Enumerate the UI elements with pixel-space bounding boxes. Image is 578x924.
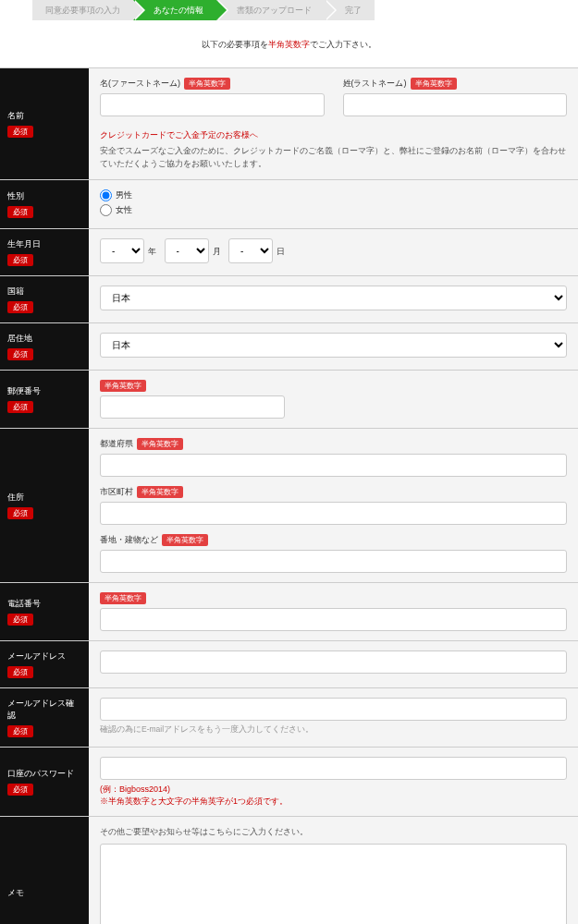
label-email: メールアドレス 必須 bbox=[0, 641, 89, 687]
step-3: 書類のアップロード bbox=[216, 0, 325, 20]
step-2: あなたの情報 bbox=[133, 0, 216, 20]
row-dob: 生年月日 必須 -年 -月 -日 bbox=[0, 229, 578, 276]
cc-notice-title: クレジットカードでご入金予定のお客様へ bbox=[100, 129, 567, 141]
row-gender: 性別 必須 男性 女性 bbox=[0, 180, 578, 229]
label-dob: 生年月日 必須 bbox=[0, 229, 89, 275]
email-input[interactable] bbox=[100, 650, 567, 674]
row-email-confirm: メールアドレス確認 必須 確認の為にE-mailアドレスをもう一度入力してくださ… bbox=[0, 688, 578, 748]
first-name-label: 名(ファーストネーム)半角英数字 bbox=[100, 78, 325, 90]
memo-hint: その他ご要望やお知らせ等はこちらにご入力ください。 bbox=[100, 826, 567, 838]
cc-notice-body: 安全でスムーズなご入金のために、クレジットカードのご名義（ローマ字）と、弊社にご… bbox=[100, 145, 567, 170]
first-name-input[interactable] bbox=[100, 93, 325, 116]
row-email: メールアドレス 必須 bbox=[0, 641, 578, 688]
dob-day-select[interactable]: - bbox=[228, 238, 273, 263]
last-name-input[interactable] bbox=[343, 93, 568, 116]
street-label: 番地・建物など半角英数字 bbox=[100, 534, 567, 546]
city-input[interactable] bbox=[100, 502, 567, 525]
dob-day-unit: 日 bbox=[277, 247, 285, 256]
row-nationality: 国籍 必須 日本 bbox=[0, 276, 578, 323]
step-1: 同意必要事項の入力 bbox=[32, 0, 133, 20]
dob-year-unit: 年 bbox=[148, 247, 156, 256]
label-nationality: 国籍 必須 bbox=[0, 276, 89, 322]
row-phone: 電話番号 必須 半角英数字 bbox=[0, 583, 578, 641]
label-email-confirm: メールアドレス確認 必須 bbox=[0, 688, 89, 747]
street-input[interactable] bbox=[100, 550, 567, 573]
row-name: 名前 必須 名(ファーストネーム)半角英数字 姓(ラストネーム)半角英数字 bbox=[0, 68, 578, 180]
gender-male-label[interactable]: 男性 bbox=[100, 189, 567, 201]
row-memo: メモ その他ご要望やお知らせ等はこちらにご入力ください。 bbox=[0, 817, 578, 924]
required-badge: 必須 bbox=[7, 725, 33, 737]
password-hint1: (例：Bigboss2014) bbox=[100, 784, 567, 796]
required-badge: 必須 bbox=[7, 348, 33, 360]
residence-select[interactable]: 日本 bbox=[100, 333, 567, 358]
postal-input[interactable] bbox=[100, 395, 285, 419]
form: 名前 必須 名(ファーストネーム)半角英数字 姓(ラストネーム)半角英数字 bbox=[0, 67, 578, 924]
gender-female-label[interactable]: 女性 bbox=[100, 204, 567, 216]
dob-year-select[interactable]: - bbox=[100, 238, 144, 263]
email-confirm-hint: 確認の為にE-mailアドレスをもう一度入力してください。 bbox=[100, 724, 567, 736]
nationality-select[interactable]: 日本 bbox=[100, 286, 567, 310]
city-label: 市区町村半角英数字 bbox=[100, 486, 567, 498]
row-password: 口座のパスワード 必須 (例：Bigboss2014) ※半角英数字と大文字の半… bbox=[0, 748, 578, 817]
phone-input[interactable] bbox=[100, 608, 567, 631]
gender-male-radio[interactable] bbox=[100, 189, 112, 201]
phone-hanchi: 半角英数字 bbox=[100, 592, 146, 604]
prefecture-label: 都道府県半角英数字 bbox=[100, 438, 567, 450]
label-password: 口座のパスワード 必須 bbox=[0, 748, 89, 816]
required-badge: 必須 bbox=[7, 401, 33, 413]
required-badge: 必須 bbox=[7, 206, 33, 218]
required-badge: 必須 bbox=[7, 126, 33, 138]
row-residence: 居住地 必須 日本 bbox=[0, 323, 578, 371]
postal-hanchi: 半角英数字 bbox=[100, 380, 146, 392]
prefecture-input[interactable] bbox=[100, 454, 567, 477]
label-name: 名前 必須 bbox=[0, 68, 89, 179]
password-hint2: ※半角英数字と大文字の半角英字が1つ必須です。 bbox=[100, 796, 567, 808]
required-badge: 必須 bbox=[7, 507, 33, 519]
password-input[interactable] bbox=[100, 757, 567, 780]
required-badge: 必須 bbox=[7, 784, 33, 796]
gender-female-radio[interactable] bbox=[100, 204, 112, 216]
last-name-label: 姓(ラストネーム)半角英数字 bbox=[343, 78, 568, 90]
required-badge: 必須 bbox=[7, 254, 33, 266]
label-gender: 性別 必須 bbox=[0, 180, 89, 228]
label-memo: メモ bbox=[0, 817, 89, 924]
row-address: 住所 必須 都道府県半角英数字 市区町村半角英数字 番地・建物など半角英数字 bbox=[0, 429, 578, 583]
required-badge: 必須 bbox=[7, 666, 33, 678]
memo-textarea[interactable] bbox=[100, 844, 567, 924]
stepper: 同意必要事項の入力 あなたの情報 書類のアップロード 完了 bbox=[32, 0, 578, 20]
dob-month-unit: 月 bbox=[213, 247, 221, 256]
label-postal: 郵便番号 必須 bbox=[0, 371, 89, 428]
label-phone: 電話番号 必須 bbox=[0, 583, 89, 640]
dob-month-select[interactable]: - bbox=[165, 238, 209, 263]
label-address: 住所 必須 bbox=[0, 429, 89, 582]
instructions: 以下の必要事項を半角英数字でご入力下さい。 bbox=[0, 39, 578, 51]
row-postal: 郵便番号 必須 半角英数字 bbox=[0, 371, 578, 429]
email-confirm-input[interactable] bbox=[100, 698, 567, 721]
required-badge: 必須 bbox=[7, 301, 33, 313]
required-badge: 必須 bbox=[7, 614, 33, 626]
label-residence: 居住地 必須 bbox=[0, 323, 89, 370]
